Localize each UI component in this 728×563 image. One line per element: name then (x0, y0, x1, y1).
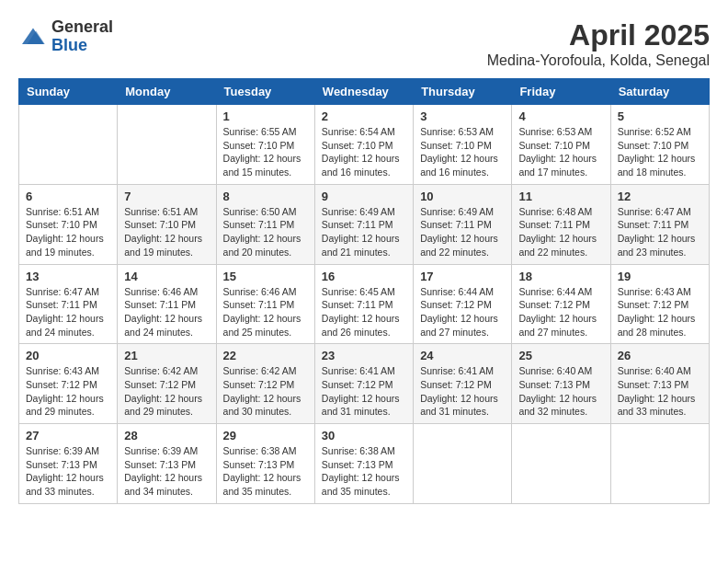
day-cell: 5Sunrise: 6:52 AM Sunset: 7:10 PM Daylig… (610, 105, 709, 185)
day-info: Sunrise: 6:51 AM Sunset: 7:10 PM Dayligh… (26, 205, 110, 259)
day-info: Sunrise: 6:47 AM Sunset: 7:11 PM Dayligh… (26, 285, 110, 339)
day-number: 14 (124, 270, 209, 283)
day-info: Sunrise: 6:44 AM Sunset: 7:12 PM Dayligh… (420, 285, 505, 339)
weekday-header-row: SundayMondayTuesdayWednesdayThursdayFrid… (19, 79, 710, 105)
weekday-header-thursday: Thursday (414, 79, 512, 105)
day-info: Sunrise: 6:54 AM Sunset: 7:10 PM Dayligh… (322, 125, 406, 179)
weekday-header-saturday: Saturday (610, 79, 709, 105)
day-cell: 7Sunrise: 6:51 AM Sunset: 7:10 PM Daylig… (118, 184, 216, 264)
day-cell: 17Sunrise: 6:44 AM Sunset: 7:12 PM Dayli… (414, 264, 512, 344)
day-cell: 14Sunrise: 6:46 AM Sunset: 7:11 PM Dayli… (118, 264, 216, 344)
day-cell: 16Sunrise: 6:45 AM Sunset: 7:11 PM Dayli… (314, 264, 413, 344)
day-info: Sunrise: 6:40 AM Sunset: 7:13 PM Dayligh… (618, 364, 702, 419)
day-cell: 10Sunrise: 6:49 AM Sunset: 7:11 PM Dayli… (414, 184, 512, 264)
day-cell: 21Sunrise: 6:42 AM Sunset: 7:12 PM Dayli… (118, 344, 216, 424)
day-info: Sunrise: 6:43 AM Sunset: 7:12 PM Dayligh… (26, 364, 110, 419)
day-number: 18 (518, 270, 603, 283)
day-number: 23 (322, 349, 406, 362)
day-info: Sunrise: 6:41 AM Sunset: 7:12 PM Dayligh… (420, 364, 505, 419)
logo-blue-text: Blue (51, 37, 113, 55)
logo-icon (18, 22, 48, 52)
day-number: 21 (124, 349, 209, 362)
day-cell: 13Sunrise: 6:47 AM Sunset: 7:11 PM Dayli… (19, 264, 118, 344)
day-cell: 12Sunrise: 6:47 AM Sunset: 7:11 PM Dayli… (610, 184, 709, 264)
day-info: Sunrise: 6:53 AM Sunset: 7:10 PM Dayligh… (518, 125, 603, 179)
day-cell: 1Sunrise: 6:55 AM Sunset: 7:10 PM Daylig… (216, 105, 314, 185)
day-info: Sunrise: 6:46 AM Sunset: 7:11 PM Dayligh… (223, 285, 308, 339)
day-number: 25 (518, 349, 603, 362)
day-info: Sunrise: 6:50 AM Sunset: 7:11 PM Dayligh… (223, 205, 308, 259)
title-block: April 2025 Medina-Yorofoula, Kolda, Sene… (487, 18, 710, 69)
day-info: Sunrise: 6:55 AM Sunset: 7:10 PM Dayligh… (223, 125, 308, 179)
day-cell: 24Sunrise: 6:41 AM Sunset: 7:12 PM Dayli… (414, 344, 512, 424)
day-cell: 19Sunrise: 6:43 AM Sunset: 7:12 PM Dayli… (610, 264, 709, 344)
day-info: Sunrise: 6:49 AM Sunset: 7:11 PM Dayligh… (420, 205, 505, 259)
day-cell: 28Sunrise: 6:39 AM Sunset: 7:13 PM Dayli… (118, 424, 216, 504)
day-cell: 29Sunrise: 6:38 AM Sunset: 7:13 PM Dayli… (216, 424, 314, 504)
day-number: 30 (322, 429, 406, 442)
day-number: 2 (322, 109, 406, 123)
day-info: Sunrise: 6:48 AM Sunset: 7:11 PM Dayligh… (518, 205, 603, 259)
day-info: Sunrise: 6:46 AM Sunset: 7:11 PM Dayligh… (124, 285, 209, 339)
day-cell: 4Sunrise: 6:53 AM Sunset: 7:10 PM Daylig… (512, 105, 610, 185)
day-number: 15 (223, 270, 308, 283)
day-number: 13 (26, 270, 110, 283)
day-info: Sunrise: 6:51 AM Sunset: 7:10 PM Dayligh… (124, 205, 209, 259)
day-number: 22 (223, 349, 308, 362)
day-number: 1 (223, 109, 308, 123)
weekday-header-friday: Friday (512, 79, 610, 105)
month-title: April 2025 (487, 18, 710, 52)
day-cell: 11Sunrise: 6:48 AM Sunset: 7:11 PM Dayli… (512, 184, 610, 264)
day-cell: 2Sunrise: 6:54 AM Sunset: 7:10 PM Daylig… (314, 105, 413, 185)
logo-general-text: General (51, 18, 113, 37)
week-row-1: 1Sunrise: 6:55 AM Sunset: 7:10 PM Daylig… (19, 105, 710, 185)
day-info: Sunrise: 6:39 AM Sunset: 7:13 PM Dayligh… (124, 444, 209, 499)
day-cell: 8Sunrise: 6:50 AM Sunset: 7:11 PM Daylig… (216, 184, 314, 264)
day-info: Sunrise: 6:53 AM Sunset: 7:10 PM Dayligh… (420, 125, 505, 179)
day-info: Sunrise: 6:38 AM Sunset: 7:13 PM Dayligh… (322, 444, 406, 499)
day-info: Sunrise: 6:41 AM Sunset: 7:12 PM Dayligh… (322, 364, 406, 419)
day-cell (414, 424, 512, 504)
week-row-4: 20Sunrise: 6:43 AM Sunset: 7:12 PM Dayli… (19, 344, 710, 424)
day-info: Sunrise: 6:44 AM Sunset: 7:12 PM Dayligh… (518, 285, 603, 339)
day-number: 10 (420, 190, 505, 203)
day-number: 11 (518, 190, 603, 203)
day-number: 9 (322, 190, 406, 203)
day-cell (19, 105, 118, 185)
day-info: Sunrise: 6:39 AM Sunset: 7:13 PM Dayligh… (26, 444, 110, 499)
day-cell: 18Sunrise: 6:44 AM Sunset: 7:12 PM Dayli… (512, 264, 610, 344)
day-number: 7 (124, 190, 209, 203)
day-info: Sunrise: 6:42 AM Sunset: 7:12 PM Dayligh… (223, 364, 308, 419)
day-number: 12 (618, 190, 702, 203)
day-number: 6 (26, 190, 110, 203)
day-cell: 6Sunrise: 6:51 AM Sunset: 7:10 PM Daylig… (19, 184, 118, 264)
weekday-header-sunday: Sunday (19, 79, 118, 105)
day-number: 20 (26, 349, 110, 362)
day-cell: 15Sunrise: 6:46 AM Sunset: 7:11 PM Dayli… (216, 264, 314, 344)
day-info: Sunrise: 6:52 AM Sunset: 7:10 PM Dayligh… (618, 125, 702, 179)
day-number: 24 (420, 349, 505, 362)
day-info: Sunrise: 6:38 AM Sunset: 7:13 PM Dayligh… (223, 444, 308, 499)
day-info: Sunrise: 6:42 AM Sunset: 7:12 PM Dayligh… (124, 364, 209, 419)
day-number: 27 (26, 429, 110, 442)
week-row-2: 6Sunrise: 6:51 AM Sunset: 7:10 PM Daylig… (19, 184, 710, 264)
day-cell: 26Sunrise: 6:40 AM Sunset: 7:13 PM Dayli… (610, 344, 709, 424)
day-number: 19 (618, 270, 702, 283)
day-number: 17 (420, 270, 505, 283)
logo-text: General Blue (51, 18, 113, 55)
day-info: Sunrise: 6:45 AM Sunset: 7:11 PM Dayligh… (322, 285, 406, 339)
weekday-header-wednesday: Wednesday (314, 79, 413, 105)
day-number: 16 (322, 270, 406, 283)
day-number: 5 (618, 109, 702, 123)
day-cell: 23Sunrise: 6:41 AM Sunset: 7:12 PM Dayli… (314, 344, 413, 424)
day-number: 3 (420, 109, 505, 123)
day-cell: 27Sunrise: 6:39 AM Sunset: 7:13 PM Dayli… (19, 424, 118, 504)
day-cell (610, 424, 709, 504)
day-cell: 3Sunrise: 6:53 AM Sunset: 7:10 PM Daylig… (414, 105, 512, 185)
day-number: 26 (618, 349, 702, 362)
day-cell: 20Sunrise: 6:43 AM Sunset: 7:12 PM Dayli… (19, 344, 118, 424)
week-row-5: 27Sunrise: 6:39 AM Sunset: 7:13 PM Dayli… (19, 424, 710, 504)
day-info: Sunrise: 6:47 AM Sunset: 7:11 PM Dayligh… (618, 205, 702, 259)
location-title: Medina-Yorofoula, Kolda, Senegal (487, 52, 710, 69)
day-number: 8 (223, 190, 308, 203)
